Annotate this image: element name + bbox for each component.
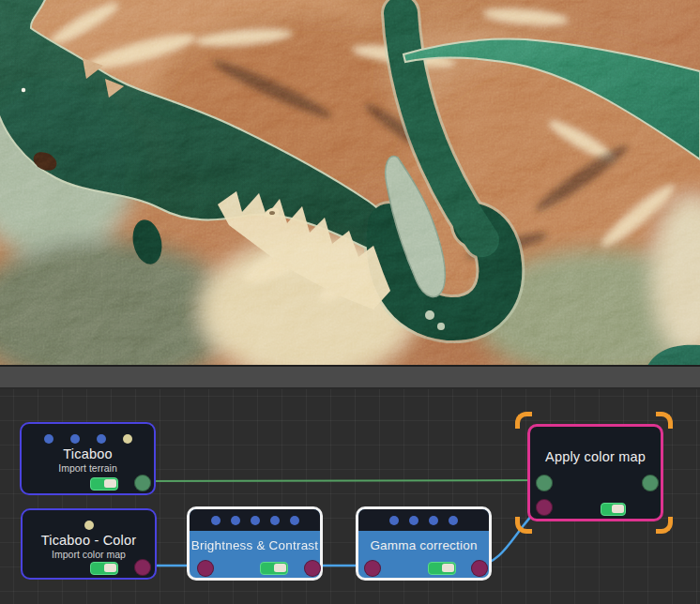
node-gamma-correction[interactable]: Gamma correction	[356, 506, 492, 581]
app-window: Ticaboo Import terrain Ticaboo - Color I…	[0, 0, 700, 604]
node-header	[190, 509, 320, 531]
node-subtitle: Import color map	[23, 549, 155, 560]
node-enable-toggle[interactable]	[90, 562, 118, 575]
output-port-terrain[interactable]	[134, 475, 151, 491]
toggle-knob	[104, 479, 116, 488]
input-port-terrain[interactable]	[536, 475, 553, 491]
status-dot-blue	[70, 434, 80, 444]
node-title: Gamma correction	[358, 538, 489, 552]
node-ticaboo-color[interactable]: Ticaboo - Color Import color map	[21, 508, 157, 580]
node-enable-toggle[interactable]	[90, 477, 118, 491]
status-dot-blue	[449, 516, 458, 525]
input-port-color[interactable]	[536, 499, 553, 516]
status-dot-blue	[389, 516, 399, 525]
status-dot-khaki	[84, 521, 94, 530]
node-brightness-contrast[interactable]: Brightness & Contrast	[187, 506, 323, 581]
toggle-knob	[274, 564, 286, 572]
node-status-dots	[22, 424, 154, 444]
node-enable-toggle[interactable]	[260, 562, 288, 575]
node-header	[358, 509, 489, 531]
input-port[interactable]	[364, 560, 381, 577]
selection-bracket-top-left	[515, 412, 532, 429]
output-port[interactable]	[642, 475, 659, 491]
status-dot-khaki	[123, 434, 132, 444]
status-dot-blue	[270, 516, 280, 525]
status-dot-blue	[409, 516, 418, 525]
toggle-knob	[612, 505, 624, 513]
status-dot-blue	[211, 516, 221, 525]
toggle-knob	[104, 564, 116, 572]
node-status-dots	[23, 510, 155, 530]
node-subtitle: Import terrain	[22, 462, 154, 474]
status-dot-blue	[290, 516, 299, 525]
toggle-knob	[442, 564, 454, 572]
terrain-preview-viewport[interactable]	[0, 0, 700, 365]
status-dot-blue	[97, 434, 106, 444]
output-port-color[interactable]	[134, 559, 151, 576]
output-port[interactable]	[471, 560, 488, 577]
node-enable-toggle[interactable]	[428, 562, 456, 575]
status-dot-blue	[44, 434, 53, 444]
node-apply-color-map[interactable]: Apply color map	[527, 424, 663, 521]
terrain-preview-image	[0, 0, 700, 365]
status-dot-blue	[251, 516, 260, 525]
status-dot-blue	[231, 516, 240, 525]
node-title: Ticaboo	[22, 446, 154, 461]
node-title: Brightness & Contrast	[190, 538, 320, 552]
panel-splitter[interactable]	[0, 365, 700, 389]
node-ticaboo[interactable]: Ticaboo Import terrain	[20, 422, 156, 495]
output-port[interactable]	[304, 560, 321, 577]
node-title: Apply color map	[530, 427, 661, 464]
node-title: Ticaboo - Color	[23, 533, 155, 548]
status-dot-blue	[429, 516, 438, 525]
node-enable-toggle[interactable]	[601, 503, 626, 516]
input-port[interactable]	[197, 560, 214, 577]
